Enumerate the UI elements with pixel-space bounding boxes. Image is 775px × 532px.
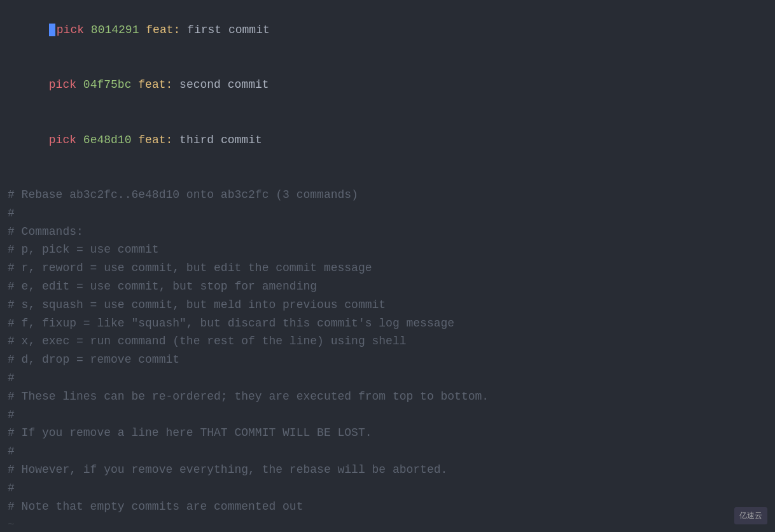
line-comment-5: # r, reword = use commit, but edit the c…: [0, 259, 775, 277]
line-tilde: ~: [0, 515, 775, 532]
line-comment-9: # x, exec = run command (the rest of the…: [0, 332, 775, 351]
comment-text: #: [8, 369, 15, 388]
comment-text: #: [8, 204, 15, 223]
tilde-char: ~: [8, 515, 15, 532]
space: [76, 134, 83, 146]
watermark: 亿速云: [734, 507, 767, 524]
space: [84, 24, 91, 36]
line-comment-12: # These lines can be re-ordered; they ar…: [0, 388, 775, 406]
space: [172, 134, 179, 146]
comment-text: # If you remove a line here THAT COMMIT …: [8, 424, 372, 442]
line-comment-11: #: [0, 369, 775, 388]
line-comment-4: # p, pick = use commit: [0, 241, 775, 259]
space: [131, 134, 138, 146]
commit-hash: 04f75bc: [83, 78, 132, 91]
line-1: pick 8014291 feat: first commit: [0, 3, 775, 57]
comment-text: # e, edit = use commit, but stop for ame…: [8, 277, 317, 296]
comment-text: # p, pick = use commit: [8, 241, 159, 259]
line-comment-13: #: [0, 406, 775, 424]
line-comment-6: # e, edit = use commit, but stop for ame…: [0, 277, 775, 296]
line-comment-18: # Note that empty commits are commented …: [0, 498, 775, 516]
space: [172, 78, 179, 91]
comment-text: # s, squash = use commit, but meld into …: [8, 296, 386, 314]
line-comment-2: #: [0, 204, 775, 223]
commit-message: second commit: [179, 78, 269, 91]
commit-hash: 8014291: [91, 24, 139, 36]
comment-text: #: [8, 442, 15, 461]
line-comment-1: # Rebase ab3c2fc..6e48d10 onto ab3c2fc (…: [0, 186, 775, 204]
commit-message: first commit: [187, 24, 270, 36]
comment-text: # However, if you remove everything, the…: [8, 461, 447, 479]
comment-text: # r, reword = use commit, but edit the c…: [8, 259, 372, 277]
editor: pick 8014291 feat: first commit pick 04f…: [0, 0, 775, 532]
commit-hash: 6e48d10: [83, 134, 132, 146]
keyword-pick: pick: [49, 78, 76, 91]
comment-text: # Note that empty commits are commented …: [8, 498, 303, 516]
comment-text: #: [8, 479, 15, 498]
keyword-pick: pick: [57, 24, 84, 36]
comment-text: # f, fixup = like "squash", but discard …: [8, 314, 454, 333]
feat-label: feat:: [138, 134, 172, 146]
line-comment-7: # s, squash = use commit, but meld into …: [0, 296, 775, 314]
line-3: pick 6e48d10 feat: third commit: [0, 113, 775, 167]
feat-label: feat:: [146, 24, 180, 36]
line-2: pick 04f75bc feat: second commit: [0, 57, 775, 112]
line-comment-14: # If you remove a line here THAT COMMIT …: [0, 424, 775, 442]
cursor: [49, 24, 55, 36]
comment-text: # These lines can be re-ordered; they ar…: [8, 388, 489, 406]
space: [180, 24, 187, 36]
line-comment-16: # However, if you remove everything, the…: [0, 461, 775, 479]
commit-message: third commit: [179, 134, 262, 146]
line-comment-10: # d, drop = remove commit: [0, 351, 775, 369]
comment-text: #: [8, 406, 15, 424]
space: [131, 78, 138, 91]
space: [76, 78, 83, 91]
feat-label: feat:: [138, 78, 172, 91]
line-comment-8: # f, fixup = like "squash", but discard …: [0, 314, 775, 333]
watermark-label: 亿速云: [739, 511, 762, 520]
comment-text: # x, exec = run command (the rest of the…: [8, 332, 407, 351]
keyword-pick: pick: [49, 134, 76, 146]
line-comment-15: #: [0, 442, 775, 461]
line-comment-3: # Commands:: [0, 223, 775, 241]
line-comment-17: #: [0, 479, 775, 498]
comment-text: # Commands:: [8, 223, 83, 241]
line-empty-1: [0, 167, 775, 186]
comment-text: # d, drop = remove commit: [8, 351, 179, 369]
comment-text: # Rebase ab3c2fc..6e48d10 onto ab3c2fc (…: [8, 186, 358, 204]
space: [139, 24, 146, 36]
